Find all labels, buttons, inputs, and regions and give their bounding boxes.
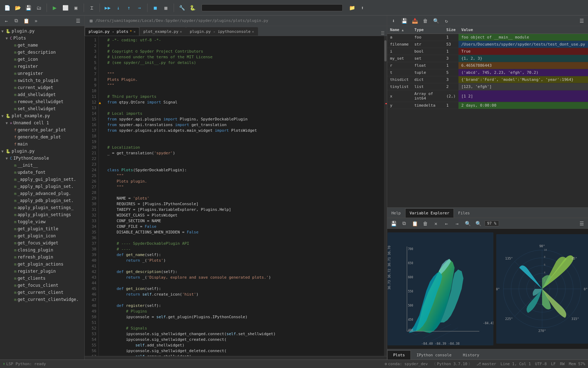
search-icon[interactable]: 🔍: [432, 17, 440, 25]
tree-item-gen-dem[interactable]: ▶ f generate_dem_plot: [0, 133, 84, 141]
zoom-control[interactable]: 97 %: [485, 220, 499, 226]
tree-item-set-shell[interactable]: ▶ m set_shellwidget: [0, 105, 84, 112]
editor-scrollbar[interactable]: [384, 36, 387, 356]
tree-item-get-plugin-title[interactable]: ▶ m get_plugin_title: [0, 225, 84, 232]
tree-item-toggle-view[interactable]: ▶ m toggle_view: [0, 218, 84, 225]
tree-item-closing-plugin[interactable]: ▶ m closing_plugin: [0, 247, 84, 254]
tab-close-1[interactable]: ✕: [133, 30, 136, 34]
var-row-t[interactable]: t tuple 5 ('abcd', 745, 2.23, 'efgh', 70…: [387, 69, 588, 76]
paste-plot-icon[interactable]: 📋: [410, 219, 419, 228]
tree-item-remove-shell[interactable]: ▶ m remove_shellwidget: [0, 98, 84, 105]
tab-help[interactable]: Help: [387, 208, 405, 218]
tree-item-main[interactable]: ▶ f main: [0, 141, 84, 148]
tab-history[interactable]: History: [457, 350, 485, 360]
run-icon[interactable]: ▶: [50, 4, 59, 12]
save-all-icon[interactable]: 🗂: [35, 4, 43, 12]
tree-item-get-current-clientwidge[interactable]: ▶ m get_current_clientwidge.: [0, 296, 84, 303]
tab-plugin-ipython[interactable]: plugin.py - ipythonconsole ✕: [186, 27, 258, 36]
wrench-icon[interactable]: 🔧: [178, 4, 186, 12]
save-icon[interactable]: 💾: [24, 4, 32, 12]
tab-ipython-console[interactable]: IPython console: [411, 350, 457, 360]
tree-item-apply-settings[interactable]: ▶ m apply_plugin_settings: [0, 211, 84, 218]
code-editor[interactable]: 12345 678910 1112131415 1617181920 21222…: [85, 36, 387, 356]
tab-close-2[interactable]: ✕: [180, 30, 182, 34]
more-icon[interactable]: »: [32, 17, 40, 25]
col-name[interactable]: Name ▲: [387, 26, 412, 34]
col-size[interactable]: Size: [444, 26, 459, 34]
status-rw[interactable]: RW: [560, 362, 564, 366]
plots-menu-icon[interactable]: ☰: [577, 219, 586, 228]
var-row-my-set[interactable]: my_set set 3 {1, 2, 3}: [387, 55, 588, 62]
var-row-y[interactable]: y timedelta 1 2 days, 0:00:00: [387, 102, 588, 109]
tree-item-current-widget[interactable]: ▶ m current_widget: [0, 84, 84, 91]
path-input[interactable]: /Users/juanitagomez/Documents/SpyderDocs…: [202, 4, 343, 11]
tree-item-plugin-py-2[interactable]: ▼ 🐍 plugin.py: [0, 148, 84, 155]
tree-item-apply-adv[interactable]: ▶ m _apply_advanced_plug.: [0, 190, 84, 197]
status-git[interactable]: ⎇ master: [476, 362, 496, 366]
tree-item-update-font[interactable]: ▶ m update_font: [0, 169, 84, 176]
tree-item-get-icon[interactable]: ▶ m get_icon: [0, 56, 84, 63]
python-icon[interactable]: 🐍: [188, 4, 197, 12]
status-encoding[interactable]: UTF-8: [535, 362, 547, 366]
tree-item-unnamed-cell[interactable]: ▼ ✕ Unnamed cell 1: [0, 119, 84, 126]
debug-skip-icon[interactable]: ⇒: [135, 4, 144, 12]
tree-item-apply-pdb[interactable]: ▶ m _apply_pdb_plugin_set.: [0, 197, 84, 204]
screen2-icon[interactable]: ▣: [72, 4, 80, 12]
tree-item-unregister[interactable]: ▶ m unregister: [0, 70, 84, 77]
col-value[interactable]: Value: [458, 26, 588, 34]
tree-item-ipython[interactable]: ▼ C IPythonConsole: [0, 155, 84, 162]
tree-item-get-name[interactable]: ▶ m get_name: [0, 42, 84, 49]
tree-item-get-clients[interactable]: ▶ m get_clients: [0, 275, 84, 282]
status-python[interactable]: 〈 Python 3.7.10 〉: [432, 361, 472, 367]
debug-up-icon[interactable]: ↑: [125, 4, 133, 12]
tab-close-3[interactable]: ✕: [252, 30, 254, 34]
tree-item-plugin-py-1[interactable]: ▼ 🐍 plugin.py: [0, 28, 84, 35]
split-icon[interactable]: ⊞: [87, 17, 95, 25]
code-content[interactable]: # -*- coding: utf-8 -*- # # Copyright © …: [104, 36, 384, 356]
var-row-i[interactable]: i bool 1 True: [387, 48, 588, 55]
upload-icon[interactable]: ⬆: [358, 4, 367, 12]
zoom-out-icon[interactable]: 🔍: [474, 219, 482, 228]
tree-item-gen-polar[interactable]: ▶ f generate_polar_plot: [0, 126, 84, 133]
menu-icon[interactable]: ☰: [74, 17, 82, 25]
delete-icon[interactable]: 🗑: [421, 17, 430, 25]
tree-item-apply-gui[interactable]: ▶ m _apply_gui_plugin_sett.: [0, 176, 84, 183]
tree-item-apply-settings-u[interactable]: ▶ m apply_plugin_settings_: [0, 204, 84, 211]
tree-item-get-focus-widget[interactable]: ▶ m get_focus_widget: [0, 239, 84, 247]
tree-item-refresh-plugin[interactable]: ▶ m refresh_plugin: [0, 254, 84, 261]
col-type[interactable]: Type: [412, 26, 444, 34]
tree-item-plots-class[interactable]: ▼ C Plots: [0, 35, 84, 42]
tree-item-apply-mpl[interactable]: ▶ m _apply_mpl_plugin_set.: [0, 183, 84, 190]
zoom-in-icon[interactable]: 🔍: [463, 219, 472, 228]
next-plot-icon[interactable]: →: [453, 219, 461, 228]
tree-item-plot-example[interactable]: ▼ 🐍 plot_example.py: [0, 112, 84, 119]
var-row-r[interactable]: r float 1 6.46567886443: [387, 62, 588, 69]
tree-item-get-focus-client[interactable]: ▶ m get_focus_client: [0, 282, 84, 289]
refresh-icon[interactable]: ↻: [442, 17, 451, 25]
paste-icon[interactable]: 📋: [22, 17, 30, 25]
open-file-icon[interactable]: 📂: [13, 4, 22, 12]
tab-plot-example[interactable]: plot_example.py ✕: [139, 27, 186, 36]
tree-item-init[interactable]: ▶ m __init__: [0, 162, 84, 169]
back-icon[interactable]: ←: [2, 17, 11, 25]
tree-item-get-current-client[interactable]: ▶ m get_current_client: [0, 289, 84, 296]
delete-plot-icon[interactable]: 🗑: [421, 219, 430, 228]
copy-icon[interactable]: ⧉: [12, 17, 20, 25]
status-conda[interactable]: ⚙ conda: spyder_dev: [385, 362, 428, 366]
prev-plot-icon[interactable]: ←: [442, 219, 451, 228]
import-icon[interactable]: 📥: [410, 17, 419, 25]
cursor-icon[interactable]: ⌶: [88, 4, 96, 12]
layout-icon[interactable]: ▦: [162, 4, 170, 12]
tree-item-add-shell[interactable]: ▶ m add_shellwidget: [0, 91, 84, 98]
tree-item-get-description[interactable]: ▶ m get_description: [0, 49, 84, 56]
save-plot-icon[interactable]: 💾: [389, 219, 398, 228]
var-row-filename[interactable]: filename str 53 /Users/Documents/spyder/…: [387, 41, 588, 48]
new-file-icon[interactable]: 📄: [3, 4, 11, 12]
tree-item-get-plugin-actions[interactable]: ▶ m get_plugin_actions: [0, 261, 84, 268]
close-plot-icon[interactable]: ✕: [432, 219, 440, 228]
var-row-a[interactable]: a foo 1 foo object of __main__ module: [387, 34, 588, 41]
download-icon[interactable]: ⬇: [389, 17, 398, 25]
horizontal-scrollbar[interactable]: [85, 356, 387, 360]
copy-plot-icon[interactable]: ⧉: [400, 219, 408, 228]
tab-plugin-plots[interactable]: plugin.py - plots * ✕: [85, 27, 139, 36]
